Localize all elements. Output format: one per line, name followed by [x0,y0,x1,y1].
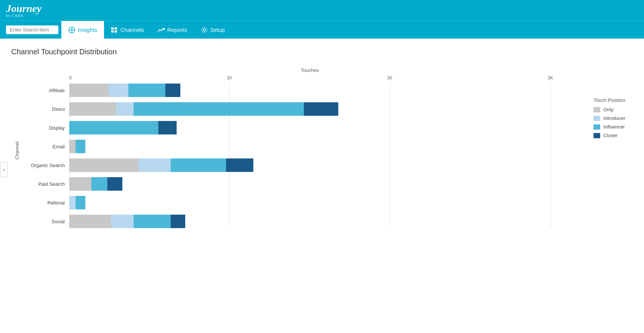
bar-row: Referral [24,196,550,209]
bar-segment [171,215,186,228]
bar-row: Organic Search [24,158,550,172]
bar-segment [111,215,133,228]
chart-wrapper: Channel Touches 0 1K 2K 3K [11,67,633,233]
svg-point-13 [204,32,204,33]
bar-segment [226,158,253,172]
bar-channel-label: Social [24,219,69,224]
bar-segment [128,84,165,97]
bar-row: Email [24,140,550,153]
chart-area: Channel Touches 0 1K 2K 3K [11,67,633,233]
bar-channel-label: Referral [24,200,69,206]
svg-point-18 [205,27,206,28]
bar-segment [76,196,85,209]
svg-point-17 [205,31,206,32]
legend-label: Closer [603,133,617,138]
legend-label: Introducer [603,115,625,121]
nav-item-insights[interactable]: Insights [61,21,104,39]
main-content: < Channel Touchpoint Distribution Channe… [0,39,644,333]
bar-row: Display [24,121,550,134]
nav-bar: Insights Channels Reports [0,21,644,39]
bar-segments [69,121,550,134]
x-tick-2k: 2K [387,75,393,81]
bar-segment [69,177,91,191]
collapse-icon: < [3,167,5,172]
bar-segment [171,158,226,172]
legend-item: Influencer [593,124,625,130]
svg-point-11 [203,29,205,31]
bar-segment [69,102,116,116]
legend-item: Introducer [593,115,625,121]
nav-label-reports: Reports [167,27,187,33]
chart-legend: Touch Position Only Introducer Influence… [593,97,625,141]
svg-point-12 [204,27,204,27]
bar-segment [69,196,76,209]
bar-segment [109,84,129,97]
bar-segment [69,215,111,228]
x-axis-ticks: 0 1K 2K 3K [69,75,550,82]
search-input[interactable] [6,25,58,34]
bar-segment [107,177,122,191]
chart-inner: Touches 0 1K 2K 3K [24,67,633,233]
bar-channel-label: Direct [24,106,69,112]
bar-segment [69,158,138,172]
bar-segments [69,196,550,209]
bar-segment [76,140,85,153]
legend-items: Only Introducer Influencer Closer [593,107,625,138]
x-tick-1k: 1K [227,75,232,81]
bar-row: Paid Search [24,177,550,191]
bar-channel-label: Organic Search [24,163,69,168]
bars-container: AffiliateDirectDisplayEmailOrganic Searc… [24,84,550,228]
top-bar: Journey by CAKE [0,0,644,21]
chart-title: Channel Touchpoint Distribution [11,48,633,56]
legend-color-box [593,124,600,130]
bar-channel-label: Email [24,144,69,149]
collapse-button[interactable]: < [0,162,7,177]
app-sub: by CAKE [6,14,42,18]
bar-segment [304,102,338,116]
logo[interactable]: Journey by CAKE [6,3,42,18]
bar-segments [69,158,550,172]
bar-segment [165,84,180,97]
nav-item-reports[interactable]: Reports [151,21,194,39]
app-name: Journey [6,3,42,14]
svg-rect-10 [115,30,117,33]
bar-segment [69,140,76,153]
bar-segments [69,102,550,116]
svg-rect-8 [115,27,117,30]
svg-point-14 [201,29,202,30]
svg-point-15 [206,29,207,30]
bar-segments [69,215,550,228]
grid-line-3k [550,84,551,228]
bar-segment [69,121,158,134]
svg-point-16 [202,27,202,28]
bar-segments [69,140,550,153]
bar-segment [116,102,133,116]
legend-label: Only [603,107,613,112]
bar-channel-label: Affiliate [24,88,69,93]
svg-point-19 [202,31,202,32]
bar-segments [69,177,550,191]
x-tick-3k: 3K [548,75,553,81]
bar-segments [69,84,550,97]
legend-item: Only [593,107,625,112]
x-tick-0: 0 [69,75,72,81]
nav-label-setup: Setup [210,27,225,33]
bar-channel-label: Display [24,125,69,131]
channels-icon [111,26,118,34]
reports-icon [158,26,165,34]
nav-item-channels[interactable]: Channels [104,21,151,39]
bar-segment [134,102,304,116]
legend-title: Touch Position [593,97,625,103]
legend-color-box [593,107,600,112]
bar-segment [138,158,171,172]
nav-item-setup[interactable]: Setup [194,21,232,39]
x-axis-title: Touches [69,67,550,73]
y-axis-label: Channel [11,67,22,233]
svg-rect-7 [111,27,114,30]
legend-label: Influencer [603,124,625,130]
nav-label-channels: Channels [120,27,144,33]
legend-item: Closer [593,133,625,138]
bar-segment [91,177,107,191]
legend-color-box [593,133,600,138]
setup-icon [201,26,208,34]
